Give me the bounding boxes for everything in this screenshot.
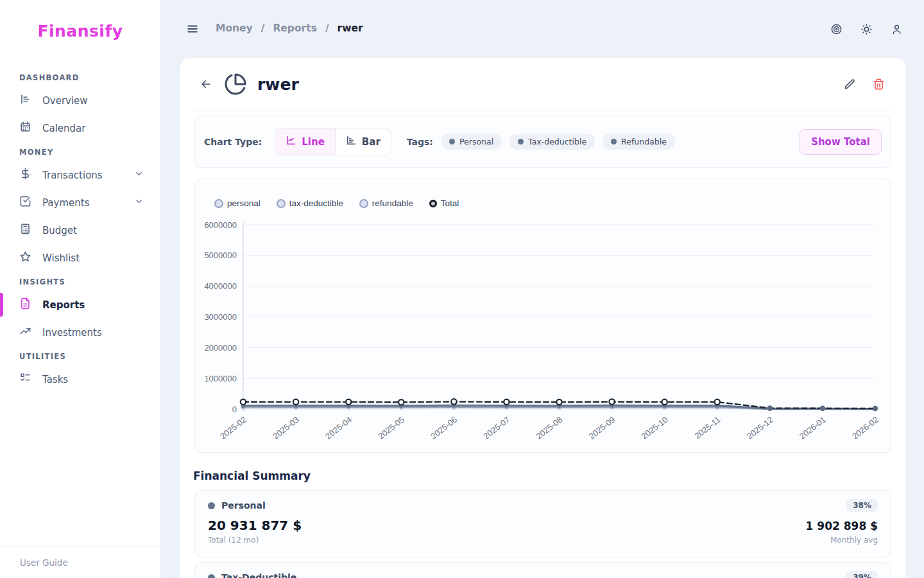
- section-label-dashboard: DASHBOARD: [0, 67, 160, 87]
- series-dot-icon: [208, 574, 215, 578]
- calculator-icon: [19, 223, 31, 238]
- svg-text:3000000: 3000000: [204, 312, 237, 322]
- svg-text:2025-03: 2025-03: [271, 415, 301, 441]
- user-guide-link[interactable]: User Guide: [0, 547, 160, 578]
- back-arrow-icon[interactable]: [200, 78, 212, 91]
- legend-label: personal: [227, 198, 261, 208]
- chart-legend: personal tax-deductible refundable Total: [214, 198, 459, 208]
- sidebar-item-label: Wishlist: [42, 252, 80, 264]
- legend-marker-total-icon: [429, 200, 437, 207]
- report-header: rwer: [200, 69, 885, 99]
- header-divider: [193, 110, 893, 111]
- svg-text:2025-04: 2025-04: [323, 415, 354, 441]
- sidebar-item-calendar[interactable]: Calendar: [0, 114, 160, 142]
- svg-text:2025-08: 2025-08: [535, 415, 565, 441]
- line-chart-toggle[interactable]: Line: [275, 128, 335, 155]
- user-profile-icon[interactable]: [891, 23, 903, 35]
- section-label-insights: INSIGHTS: [0, 272, 160, 291]
- pie-chart-icon: [224, 73, 247, 96]
- report-actions: [844, 78, 885, 91]
- legend-item-total[interactable]: Total: [429, 198, 459, 208]
- chart-type-toggle: Line Bar: [275, 128, 391, 155]
- dollar-icon: [19, 168, 31, 182]
- main-panel: rwer Chart Type: Line Bar Tags: Personal…: [180, 58, 905, 578]
- summary-card-personal: Personal 38% 20 931 877 $ 1 902 898 $ To…: [194, 490, 891, 557]
- section-label-money: MONEY: [0, 142, 160, 161]
- sidebar: Finansify DASHBOARD Overview Calendar MO…: [0, 0, 161, 578]
- breadcrumb-separator: /: [325, 22, 329, 34]
- legend-label: tax-deductible: [289, 198, 343, 208]
- svg-text:2025-11: 2025-11: [693, 415, 723, 441]
- tag-chip-personal: Personal: [441, 134, 502, 150]
- sidebar-item-label: Calendar: [42, 123, 85, 134]
- focus-target-icon[interactable]: [830, 23, 843, 35]
- legend-item-tax-deductible[interactable]: tax-deductible: [277, 198, 343, 208]
- page-title: rwer: [257, 75, 299, 94]
- tag-label: Refundable: [621, 137, 667, 146]
- line-chart: 0100000020000003000000400000050000006000…: [195, 179, 892, 453]
- tag-dot-icon: [518, 139, 524, 144]
- chevron-down-icon: [134, 169, 144, 181]
- legend-item-personal[interactable]: personal: [214, 198, 261, 208]
- trash-icon[interactable]: [873, 78, 885, 91]
- sidebar-item-investments[interactable]: Investments: [0, 319, 160, 346]
- svg-text:2025-10: 2025-10: [640, 415, 670, 441]
- chevron-down-icon: [134, 197, 144, 209]
- legend-item-refundable[interactable]: refundable: [359, 198, 413, 208]
- sidebar-item-label: Tasks: [42, 374, 68, 385]
- sidebar-item-transactions[interactable]: Transactions: [0, 161, 160, 189]
- svg-text:4000000: 4000000: [204, 281, 237, 291]
- percent-badge: 39%: [846, 571, 878, 578]
- show-total-button[interactable]: Show Total: [800, 129, 882, 155]
- avg-caption: Monthly avg: [830, 536, 878, 545]
- tag-label: Personal: [459, 137, 493, 146]
- sidebar-nav: DASHBOARD Overview Calendar MONEY Transa…: [0, 67, 160, 393]
- line-toggle-label: Line: [302, 136, 325, 148]
- hamburger-menu-icon[interactable]: [186, 23, 199, 35]
- svg-text:2025-06: 2025-06: [429, 415, 459, 441]
- breadcrumb: Money / Reports / rwer: [216, 22, 363, 34]
- tag-label: Tax-deductible: [528, 137, 586, 146]
- total-caption: Total (12 mo): [208, 536, 259, 545]
- tag-dot-icon: [611, 139, 617, 144]
- svg-text:0: 0: [232, 405, 237, 414]
- sidebar-item-label: Overview: [42, 95, 88, 107]
- bar-chart-toggle[interactable]: Bar: [335, 128, 391, 155]
- summary-card-label: Tax-Deductible: [221, 572, 296, 578]
- sidebar-item-overview[interactable]: Overview: [0, 87, 160, 114]
- breadcrumb-reports[interactable]: Reports: [273, 22, 316, 34]
- sidebar-item-label: Investments: [42, 327, 102, 338]
- chart-card: 0100000020000003000000400000050000006000…: [194, 179, 891, 453]
- task-list-icon: [19, 372, 31, 387]
- breadcrumb-money[interactable]: Money: [216, 22, 253, 34]
- breadcrumb-current: rwer: [338, 22, 363, 34]
- svg-text:5000000: 5000000: [204, 250, 237, 260]
- financial-summary-heading: Financial Summary: [193, 469, 311, 482]
- sidebar-item-payments[interactable]: Payments: [0, 189, 160, 216]
- sidebar-item-wishlist[interactable]: Wishlist: [0, 244, 160, 272]
- sidebar-item-budget[interactable]: Budget: [0, 216, 160, 244]
- app-logo: Finansify: [0, 22, 160, 40]
- percent-badge: 38%: [846, 499, 878, 512]
- svg-text:2025-07: 2025-07: [481, 415, 511, 441]
- calendar-icon: [19, 121, 31, 136]
- summary-card-label: Personal: [221, 500, 266, 511]
- svg-text:2025-12: 2025-12: [745, 415, 775, 441]
- light-mode-sun-icon[interactable]: [860, 23, 873, 35]
- sidebar-item-label: Transactions: [42, 170, 103, 181]
- tags-label: Tags:: [407, 137, 433, 147]
- sidebar-item-tasks[interactable]: Tasks: [0, 365, 160, 393]
- sidebar-item-reports[interactable]: Reports: [0, 291, 160, 319]
- section-label-utilities: UTILITIES: [0, 346, 160, 365]
- chart-type-label: Chart Type:: [204, 137, 262, 147]
- svg-text:2026-01: 2026-01: [798, 415, 828, 441]
- tag-dot-icon: [449, 139, 455, 144]
- report-file-icon: [19, 297, 31, 312]
- breadcrumb-separator: /: [261, 22, 265, 34]
- svg-text:6000000: 6000000: [204, 220, 237, 230]
- total-value: 20 931 877 $: [208, 518, 302, 533]
- tag-chip-tax-deductible: Tax-deductible: [509, 134, 595, 150]
- sidebar-item-label: Reports: [42, 299, 85, 311]
- edit-pencil-icon[interactable]: [844, 78, 856, 91]
- svg-text:2026-02: 2026-02: [850, 415, 880, 441]
